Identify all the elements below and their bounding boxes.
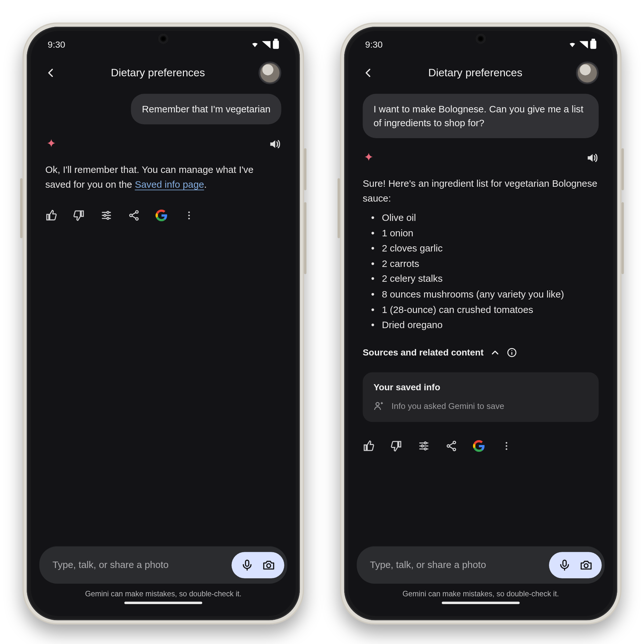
list-item: Olive oil	[371, 210, 599, 225]
mic-icon[interactable]	[555, 555, 574, 575]
camera-icon[interactable]	[259, 555, 279, 575]
input-bar: Type, talk, or share a photo Gemini can …	[357, 546, 605, 610]
chat-area-left: Remember that I'm vegetarian Ok, I'll re…	[31, 88, 296, 546]
app-bar: Dietary preferences	[31, 50, 296, 88]
google-icon[interactable]	[156, 209, 167, 221]
assistant-header	[45, 137, 281, 151]
svg-point-15	[424, 442, 426, 444]
info-icon[interactable]	[506, 347, 517, 358]
list-item: 1 onion	[371, 225, 599, 241]
assistant-intro: Sure! Here's an ingredient list for vege…	[363, 177, 599, 206]
assistant-message: Sure! Here's an ingredient list for vege…	[363, 177, 599, 333]
tune-icon[interactable]	[418, 440, 430, 452]
phone-frame-left: 9:30 Dietary preferences Remember that I…	[23, 23, 304, 624]
assistant-message: Ok, I'll remember that. You can manage w…	[45, 163, 281, 193]
input-placeholder: Type, talk, or share a photo	[52, 560, 226, 570]
status-time: 9:30	[365, 39, 383, 50]
tune-icon[interactable]	[100, 209, 112, 221]
list-item: Dried oregano	[371, 317, 599, 333]
ingredient-list: Olive oil 1 onion 2 cloves garlic 2 carr…	[371, 210, 599, 333]
signal-icon	[580, 41, 588, 48]
camera-notch	[475, 33, 486, 44]
page-title: Dietary preferences	[111, 67, 205, 79]
thumbs-down-icon[interactable]	[73, 209, 85, 221]
chat-area-right: I want to make Bolognese. Can you give m…	[348, 88, 613, 546]
more-icon[interactable]	[183, 209, 195, 221]
list-item: 2 carrots	[371, 256, 599, 271]
gemini-spark-icon	[363, 152, 374, 164]
svg-point-17	[424, 448, 426, 450]
svg-point-2	[107, 217, 109, 219]
svg-point-7	[188, 214, 190, 216]
input-field[interactable]: Type, talk, or share a photo	[39, 546, 287, 584]
screen-left: 9:30 Dietary preferences Remember that I…	[31, 31, 296, 616]
disclaimer: Gemini can make mistakes, so double-chec…	[39, 590, 287, 598]
thumbs-up-icon[interactable]	[45, 209, 57, 221]
saved-info-card[interactable]: Your saved info Info you asked Gemini to…	[363, 372, 599, 422]
home-indicator[interactable]	[442, 602, 520, 604]
voice-camera-box	[232, 552, 284, 578]
share-icon[interactable]	[445, 440, 457, 452]
battery-icon	[590, 40, 596, 49]
chevron-up-icon	[489, 347, 500, 358]
share-icon[interactable]	[128, 209, 140, 221]
more-icon[interactable]	[500, 440, 512, 452]
speaker-icon[interactable]	[268, 137, 281, 151]
svg-point-21	[506, 442, 507, 443]
list-item: 2 cloves garlic	[371, 241, 599, 256]
assistant-actions	[45, 209, 281, 221]
avatar[interactable]	[576, 62, 599, 84]
svg-rect-24	[563, 560, 566, 566]
svg-point-0	[107, 211, 109, 213]
thumbs-up-icon[interactable]	[363, 440, 374, 452]
assistant-actions	[363, 440, 599, 452]
back-button[interactable]	[45, 67, 57, 79]
wifi-icon	[568, 41, 577, 48]
status-time: 9:30	[48, 39, 65, 50]
camera-icon[interactable]	[577, 555, 596, 575]
svg-point-10	[267, 564, 270, 568]
svg-point-25	[584, 564, 588, 568]
list-item: 8 ounces mushrooms (any variety you like…	[371, 287, 599, 302]
signal-icon	[262, 41, 270, 48]
thumbs-down-icon[interactable]	[390, 440, 402, 452]
camera-notch	[158, 33, 168, 44]
svg-point-8	[188, 218, 190, 219]
svg-point-14	[376, 402, 379, 405]
gemini-spark-icon	[45, 138, 57, 150]
wifi-icon	[250, 41, 260, 48]
phone-frame-right: 9:30 Dietary preferences I want to make …	[340, 23, 621, 624]
saved-info-link[interactable]: Saved info page	[135, 179, 204, 190]
list-item: 2 celery stalks	[371, 271, 599, 287]
voice-camera-box	[549, 552, 602, 578]
saved-info-subtitle: Info you asked Gemini to save	[392, 401, 504, 411]
status-icons	[568, 40, 596, 49]
sources-label: Sources and related content	[363, 347, 483, 358]
home-indicator[interactable]	[124, 602, 202, 604]
svg-point-22	[506, 445, 507, 447]
user-message: Remember that I'm vegetarian	[131, 94, 281, 124]
google-icon[interactable]	[473, 440, 485, 452]
svg-point-16	[421, 445, 423, 447]
mic-icon[interactable]	[238, 555, 257, 575]
speaker-icon[interactable]	[585, 152, 599, 165]
screen-right: 9:30 Dietary preferences I want to make …	[348, 31, 613, 616]
svg-point-13	[511, 350, 512, 351]
svg-point-1	[104, 214, 106, 216]
disclaimer: Gemini can make mistakes, so double-chec…	[357, 590, 605, 598]
input-bar: Type, talk, or share a photo Gemini can …	[39, 546, 287, 610]
assistant-header	[363, 152, 599, 165]
svg-point-6	[188, 211, 190, 213]
input-field[interactable]: Type, talk, or share a photo	[357, 546, 605, 584]
battery-icon	[273, 40, 279, 49]
avatar[interactable]	[259, 62, 281, 84]
svg-rect-9	[245, 560, 249, 566]
app-bar: Dietary preferences	[348, 50, 613, 88]
back-button[interactable]	[363, 67, 374, 79]
user-message: I want to make Bolognese. Can you give m…	[363, 94, 599, 138]
person-memory-icon	[374, 400, 384, 411]
page-title: Dietary preferences	[428, 67, 522, 79]
saved-info-title: Your saved info	[374, 382, 588, 392]
input-placeholder: Type, talk, or share a photo	[370, 560, 543, 570]
sources-toggle[interactable]: Sources and related content	[363, 347, 599, 358]
